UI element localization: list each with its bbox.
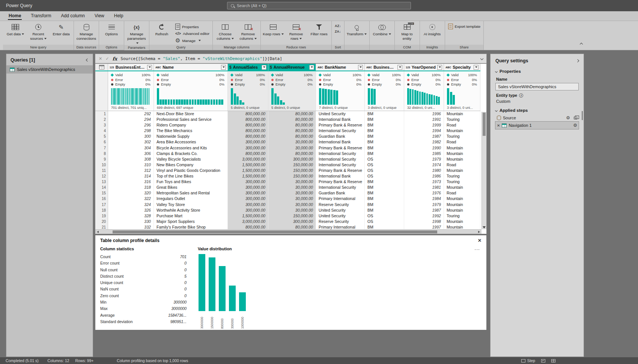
- transform-button[interactable]: Transform: [346, 22, 368, 45]
- expand-formula-icon[interactable]: [480, 57, 483, 60]
- properties-icon: [175, 24, 180, 30]
- fx-icon: fx: [112, 56, 117, 62]
- column-statistics-section: Column statistics Count701Error count0Nu…: [100, 246, 190, 329]
- keep-rows-button[interactable]: Keep rows: [262, 22, 284, 45]
- options-button[interactable]: Options: [100, 22, 123, 45]
- collapse-ribbon-button[interactable]: [580, 40, 582, 47]
- column-header-businesstype[interactable]: ABCBusinessType: [365, 64, 404, 71]
- filter-dropdown-yearopened[interactable]: [437, 65, 442, 70]
- applied-steps-section-header[interactable]: Applied steps: [491, 106, 584, 114]
- column-header-specialty[interactable]: ABCSpecialty: [444, 64, 480, 71]
- row-number: 14: [95, 185, 108, 190]
- search-input[interactable]: Search (Alt + Q): [227, 2, 411, 9]
- applied-step-source[interactable]: Source⚙: [495, 114, 579, 122]
- cell: BM: [365, 196, 404, 202]
- histogram-bar: [447, 88, 449, 105]
- select-all-corner[interactable]: [95, 64, 108, 71]
- recent-sources-button[interactable]: Recent sources: [27, 22, 50, 45]
- export-template-button[interactable]: Export template: [446, 23, 483, 30]
- remove-rows-button[interactable]: Remove rows: [285, 22, 307, 45]
- histogram-bar: [192, 99, 194, 105]
- cell: Primary Bank & Reserve: [316, 145, 365, 151]
- collapse-queries-icon[interactable]: [86, 59, 89, 62]
- ai-insights-button[interactable]: AI insights: [421, 22, 444, 45]
- menu-tab-view[interactable]: View: [90, 12, 109, 21]
- applied-step-navigation-1[interactable]: ✕Navigation 1⚙: [495, 122, 579, 129]
- remove-columns-button[interactable]: Remove columns: [237, 22, 259, 45]
- title-bar: Power Query Search (Alt + Q): [0, 0, 638, 11]
- filter-dropdown-businesstype[interactable]: [397, 65, 402, 70]
- vertical-scroll-thumb[interactable]: [483, 113, 486, 136]
- properties-section-header[interactable]: Properties: [491, 67, 584, 75]
- histogram-bar: [146, 88, 146, 105]
- scroll-down-icon[interactable]: [483, 226, 486, 229]
- empty-marker-icon: [157, 83, 159, 86]
- cell: 3,000,000.00: [228, 156, 268, 162]
- error-marker-icon: [407, 79, 409, 81]
- more-options-icon[interactable]: ...: [474, 245, 480, 251]
- sort-descending-icon-button[interactable]: [333, 29, 343, 34]
- filter-dropdown-annualsales[interactable]: [262, 65, 266, 70]
- menu-tab-home[interactable]: Home: [4, 12, 26, 21]
- step-branch-icon[interactable]: [574, 117, 577, 119]
- name-input[interactable]: Sales vStoreWithDemographics: [495, 83, 579, 90]
- menu-tab-add-column[interactable]: Add column: [56, 12, 90, 21]
- refresh-button[interactable]: Refresh: [150, 22, 173, 45]
- column-header-annualsales[interactable]: $AnnualSales: [228, 64, 268, 71]
- histogram-bar: [419, 92, 421, 105]
- cell: Primary Bank & Reserve: [316, 122, 365, 128]
- collapse-settings-icon[interactable]: [576, 59, 579, 62]
- cell: 1998: [404, 219, 444, 224]
- distribution-bar: [209, 257, 215, 311]
- combine-button[interactable]: Combine: [371, 22, 393, 45]
- step-view-button[interactable]: Step: [521, 359, 535, 363]
- column-header-name[interactable]: ABCName: [154, 64, 228, 71]
- filter-dropdown-name[interactable]: [221, 65, 226, 70]
- check-icon[interactable]: ✓: [105, 56, 109, 61]
- cell: Next-Door Bike Store: [154, 111, 228, 117]
- column-type-icon: $: [270, 65, 272, 69]
- column-header-bankname[interactable]: ABCBankName: [316, 64, 365, 71]
- delete-step-icon[interactable]: ✕: [497, 123, 500, 128]
- horizontal-scroll-thumb[interactable]: [113, 230, 437, 233]
- enter-data-button[interactable]: Enter data: [50, 22, 72, 45]
- stat-row: Null count0: [100, 267, 190, 273]
- manage-button[interactable]: Manage: [173, 37, 211, 44]
- filter-dropdown-specialty[interactable]: [474, 65, 478, 70]
- column-header-annualrevenue[interactable]: $AnnualRevenue: [268, 64, 316, 71]
- sort-ascending-icon-button[interactable]: [333, 23, 343, 28]
- column-header-yearopened[interactable]: 123YearOpened: [404, 64, 444, 71]
- advanced-editor-button[interactable]: Advanced editor: [173, 31, 211, 36]
- horizontal-scrollbar[interactable]: [95, 229, 482, 234]
- manage-connections-button[interactable]: Manage connections: [75, 22, 98, 45]
- query-item-sales-vstorewithdemographics[interactable]: Sales vStoreWithDemographics: [6, 65, 93, 74]
- cell: 326: [108, 208, 154, 213]
- manage-parameters-button[interactable]: Manage parameters: [125, 22, 148, 45]
- column-profile-businesstype: Valid100%Error0%Empty0%3 distinct, 0 uni…: [365, 71, 404, 111]
- step-settings-icon[interactable]: ⚙: [566, 115, 570, 120]
- diagram-view-icon[interactable]: [541, 359, 545, 362]
- cancel-icon[interactable]: ✕: [99, 56, 102, 61]
- formula-text[interactable]: Source{[Schema = "Sales", Item = "vStore…: [120, 56, 282, 61]
- error-marker-icon: [368, 79, 370, 81]
- scroll-right-icon[interactable]: [478, 231, 480, 233]
- filter-dropdown-annualrevenue[interactable]: [309, 65, 314, 70]
- menu-tab-help[interactable]: Help: [109, 12, 128, 21]
- choose-columns-button[interactable]: Choose columns: [214, 22, 236, 45]
- filter-dropdown-businessentityid[interactable]: [147, 65, 152, 70]
- column-histogram: [447, 88, 477, 105]
- step-settings-icon[interactable]: ⚙: [573, 123, 577, 128]
- properties-button[interactable]: Properties: [173, 23, 211, 30]
- grid-view-icon[interactable]: [551, 359, 555, 362]
- settings-scrollbar[interactable]: [582, 111, 583, 120]
- menu-tab-transform[interactable]: Transform: [26, 12, 56, 21]
- column-header-businessentityid[interactable]: 123BusinessEntityID: [108, 64, 154, 71]
- scroll-left-icon[interactable]: [97, 231, 99, 233]
- filter-rows-button[interactable]: Filter rows: [308, 22, 330, 45]
- cell: BM: [365, 185, 404, 190]
- close-icon[interactable]: ✕: [478, 238, 482, 243]
- filter-dropdown-bankname[interactable]: [358, 65, 363, 70]
- get-data-button[interactable]: Get data: [4, 22, 27, 45]
- map-to-entity-button[interactable]: Map to entity: [396, 22, 418, 45]
- vertical-scrollbar[interactable]: [482, 112, 486, 229]
